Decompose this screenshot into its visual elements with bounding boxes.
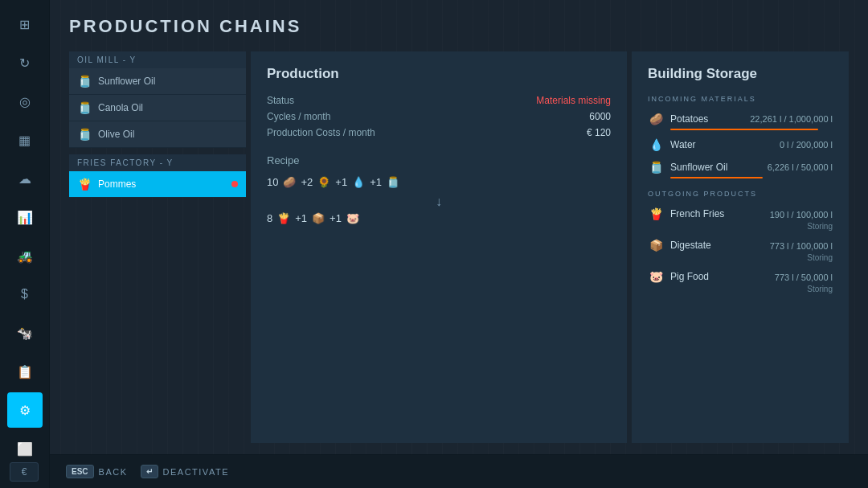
- recipe-section: Recipe 10 🥔 +2 🌻 +1 💧 +1 🫙 ↓ 8 🍟 +1 📦: [267, 154, 611, 224]
- costs-value: € 120: [587, 127, 611, 138]
- oil-bottle-icon: 🫙: [387, 176, 399, 188]
- euro-icon: €: [22, 466, 27, 478]
- status-row: Status Materials missing: [267, 95, 611, 106]
- finance-icon: $: [21, 287, 28, 301]
- sunflower-storage-icon: 🫙: [648, 159, 664, 175]
- screen-icon: ⬜: [17, 441, 33, 457]
- sidebar-item-stats[interactable]: 📊: [7, 199, 43, 235]
- enter-key-badge: ↵: [141, 465, 158, 478]
- sidebar-item-contracts[interactable]: 📋: [7, 354, 43, 389]
- stats-icon: 📊: [17, 210, 33, 225]
- costs-row: Production Costs / month € 120: [267, 127, 611, 138]
- storage-row-fries: 🍟 French Fries 190 l / 100,000 l Storing: [648, 206, 833, 231]
- back-button[interactable]: ESC BACK: [66, 465, 128, 478]
- animals-icon: 🐄: [17, 326, 33, 341]
- sidebar-item-vehicles[interactable]: 🚜: [7, 238, 43, 273]
- sunflower-icon: 🌻: [317, 176, 330, 188]
- storage-row-potatoes: 🥔 Potatoes 22,261 l / 1,000,000 l: [648, 111, 833, 130]
- potato-name: Potatoes: [670, 113, 743, 125]
- production-title: Production: [267, 66, 611, 82]
- plus-2: +1: [335, 176, 347, 188]
- sidebar-item-screen[interactable]: ⬜: [7, 431, 43, 466]
- pig-food-subtext: Storing: [648, 285, 833, 293]
- sunflower-oil-value: 6,226 l / 50,000 l: [768, 162, 833, 172]
- recipe-ingredients: 10 🥔 +2 🌻 +1 💧 +1 🫙: [267, 176, 611, 188]
- pommes-warning-dot: [231, 181, 238, 187]
- potato-storage-icon: 🥔: [648, 111, 664, 127]
- sidebar-item-map[interactable]: ⊞: [7, 6, 43, 42]
- contracts-icon: 📋: [17, 364, 33, 379]
- digestate-icon: 📦: [312, 212, 325, 224]
- fries-value: 190 l / 100,000 l: [770, 210, 833, 219]
- sunflower-oil-icon: 🫙: [77, 74, 92, 88]
- status-label: Status: [267, 95, 294, 106]
- pig-food-storage-icon: 🐷: [648, 269, 664, 285]
- pig-food-value: 773 l / 50,000 l: [775, 273, 833, 282]
- plus-o1: +1: [295, 212, 307, 224]
- output-count-fries: 8: [267, 212, 272, 224]
- vehicles-icon: 🚜: [17, 248, 33, 264]
- euro-button[interactable]: €: [10, 462, 39, 482]
- fries-icon: 🍟: [277, 212, 290, 224]
- sidebar-item-finance[interactable]: $: [7, 277, 43, 312]
- olive-oil-icon: 🫙: [77, 127, 92, 141]
- incoming-header: INCOMING MATERIALS: [648, 95, 833, 105]
- digestate-subtext: Storing: [648, 253, 833, 262]
- content-area: OIL MILL - Y 🫙 Sunflower Oil 🫙 Canola Oi…: [69, 51, 849, 443]
- olive-oil-label: Olive Oil: [98, 129, 134, 140]
- sidebar-item-calendar[interactable]: ▦: [7, 122, 43, 158]
- pig-food-name: Pig Food: [670, 271, 768, 282]
- sidebar-item-trade[interactable]: ↻: [7, 45, 43, 80]
- fries-subtext: Storing: [648, 222, 833, 231]
- sidebar: ⊞ ↻ ◎ ▦ ☁ 📊 🚜 $ 🐄 📋 ⚙ ⬜: [0, 0, 50, 488]
- chain-item-pommes[interactable]: 🍟 Pommes: [69, 171, 246, 198]
- page-title: PRODUCTION CHAINS: [69, 16, 849, 37]
- sidebar-item-steering[interactable]: ◎: [7, 84, 43, 119]
- steering-icon: ◎: [19, 94, 31, 109]
- storage-row-sunflower-oil: 🫙 Sunflower Oil 6,226 l / 50,000 l: [648, 159, 833, 178]
- water-storage-icon: 💧: [648, 137, 664, 153]
- recipe-arrow: ↓: [267, 195, 611, 209]
- pommes-label: Pommes: [98, 178, 136, 190]
- map-icon: ⊞: [19, 17, 30, 32]
- calendar-icon: ▦: [18, 133, 31, 148]
- chain-item-canola-oil[interactable]: 🫙 Canola Oil: [69, 95, 246, 121]
- potato-value: 22,261 l / 1,000,000 l: [750, 114, 833, 124]
- sidebar-item-animals[interactable]: 🐄: [7, 315, 43, 351]
- storage-row-pig-food: 🐷 Pig Food 773 l / 50,000 l Storing: [648, 269, 833, 293]
- production-icon: ⚙: [19, 403, 31, 418]
- back-label: BACK: [99, 467, 128, 477]
- storage-row-digestate: 📦 Digestate 773 l / 100,000 l Storing: [648, 237, 833, 262]
- storage-row-water: 💧 Water 0 l / 200,000 l: [648, 137, 833, 153]
- deactivate-label: DEACTIVATE: [163, 467, 229, 477]
- water-value: 0 l / 200,000 l: [780, 140, 833, 150]
- plus-3: +1: [370, 176, 382, 188]
- chain-item-olive-oil[interactable]: 🫙 Olive Oil: [69, 121, 246, 148]
- sidebar-item-production[interactable]: ⚙: [7, 392, 43, 428]
- trade-icon: ↻: [19, 55, 30, 71]
- outgoing-header: OUTGOING PRODUCTS: [648, 190, 833, 199]
- costs-label: Production Costs / month: [267, 127, 375, 138]
- water-drop-icon: 💧: [352, 176, 365, 188]
- deactivate-button[interactable]: ↵ DEACTIVATE: [141, 465, 229, 478]
- production-panel: Production Status Materials missing Cycl…: [251, 51, 627, 443]
- chain-item-sunflower-oil[interactable]: 🫙 Sunflower Oil: [69, 68, 246, 95]
- ingredient-count-potatoes: 10: [267, 176, 278, 188]
- sidebar-item-weather[interactable]: ☁: [7, 161, 43, 196]
- cycles-row: Cycles / month 6000: [267, 111, 611, 122]
- chains-panel: OIL MILL - Y 🫙 Sunflower Oil 🫙 Canola Oi…: [69, 51, 246, 443]
- digestate-value: 773 l / 100,000 l: [770, 241, 833, 251]
- cycles-value: 6000: [589, 111, 611, 122]
- oil-mill-header: OIL MILL - Y: [69, 51, 246, 68]
- esc-key-badge: ESC: [66, 465, 94, 478]
- sunflower-oil-label: Sunflower Oil: [98, 76, 155, 87]
- main-content: PRODUCTION CHAINS OIL MILL - Y 🫙 Sunflow…: [50, 0, 868, 488]
- recipe-label: Recipe: [267, 154, 611, 166]
- potato-icon: 🥔: [283, 176, 296, 188]
- sunflower-oil-warning-bar: [670, 177, 763, 178]
- plus-o2: +1: [330, 212, 342, 224]
- plus-1: +2: [301, 176, 313, 188]
- fries-name: French Fries: [670, 208, 764, 219]
- storage-panel: Building Storage INCOMING MATERIALS 🥔 Po…: [632, 51, 849, 443]
- potato-warning-bar: [670, 129, 818, 130]
